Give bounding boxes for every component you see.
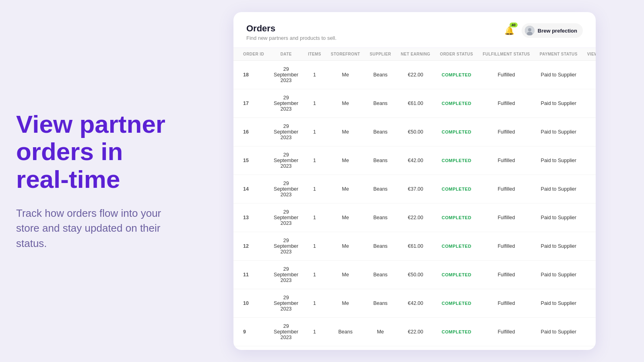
- cell-storefront: Me: [326, 118, 365, 146]
- sub-text: Track how orders flow into your store an…: [16, 206, 177, 251]
- cell-earning: €22.00: [396, 318, 435, 346]
- cell-items: 1: [303, 318, 326, 346]
- cell-view-shopify[interactable]: [582, 118, 596, 146]
- cell-supplier: Me: [365, 318, 396, 346]
- cell-earning: €42.00: [396, 289, 435, 318]
- header-right: 🔔 40 Brew prefection: [502, 23, 583, 38]
- col-view-shopify: VIEW SHOPIFY: [582, 48, 596, 61]
- cell-items: 1: [303, 232, 326, 261]
- cell-id: 11: [233, 261, 269, 289]
- table-row: 17 29 September 2023 1 Me Beans €61.00 C…: [233, 89, 596, 118]
- cell-items: 1: [303, 61, 326, 89]
- cell-id: 8: [233, 346, 269, 350]
- table-header-row: ORDER ID DATE ITEMS STOREFRONT SUPPLIER …: [233, 48, 596, 61]
- cell-fulfillment: Fulfilled: [478, 61, 535, 89]
- cell-storefront: Beans: [326, 346, 365, 350]
- cell-payment: Paid to Supplier: [535, 318, 582, 346]
- cell-earning: €22.00: [396, 204, 435, 232]
- cell-date: 29 September 2023: [269, 261, 303, 289]
- cell-storefront: Beans: [326, 318, 365, 346]
- table-row: 15 29 September 2023 1 Me Beans €42.00 C…: [233, 146, 596, 175]
- cell-id: 10: [233, 289, 269, 318]
- orders-subtitle: Find new partners and products to sell.: [246, 35, 336, 41]
- table-row: 16 29 September 2023 1 Me Beans €50.00 C…: [233, 118, 596, 146]
- cell-payment: Paid to Supplier: [535, 204, 582, 232]
- cell-items: 1: [303, 175, 326, 204]
- cell-order-status: COMPLETED: [435, 232, 478, 261]
- cell-id: 14: [233, 175, 269, 204]
- cell-payment: Paid to Supplier: [535, 289, 582, 318]
- col-order-status: ORDER STATUS: [435, 48, 478, 61]
- cell-view-shopify[interactable]: [582, 232, 596, 261]
- svg-point-1: [528, 28, 531, 31]
- col-storefront: STOREFRONT: [326, 48, 365, 61]
- notification-button[interactable]: 🔔 40: [502, 23, 517, 38]
- cell-supplier: Beans: [365, 261, 396, 289]
- cell-fulfillment: Fulfilled: [478, 146, 535, 175]
- cell-id: 12: [233, 232, 269, 261]
- cell-date: 29 September 2023: [269, 118, 303, 146]
- cell-storefront: Me: [326, 204, 365, 232]
- cell-earning: €61.00: [396, 89, 435, 118]
- notification-badge: 40: [510, 23, 518, 27]
- user-pill[interactable]: Brew prefection: [522, 23, 583, 38]
- main-heading: View partner orders in real-time: [16, 111, 177, 193]
- cell-items: 1: [303, 89, 326, 118]
- orders-table: ORDER ID DATE ITEMS STOREFRONT SUPPLIER …: [233, 48, 596, 350]
- avatar: [525, 26, 535, 35]
- cell-supplier: Beans: [365, 89, 396, 118]
- cell-earning: €42.00: [396, 146, 435, 175]
- table-row: 18 29 September 2023 1 Me Beans €22.00 C…: [233, 61, 596, 89]
- table-row: 11 29 September 2023 1 Me Beans €50.00 C…: [233, 261, 596, 289]
- cell-payment: Paid to Supplier: [535, 261, 582, 289]
- cell-fulfillment: Fulfilled: [478, 232, 535, 261]
- cell-supplier: Beans: [365, 232, 396, 261]
- cell-view-shopify[interactable]: [582, 146, 596, 175]
- col-payment-status: PAYMENT STATUS: [535, 48, 582, 61]
- col-items: ITEMS: [303, 48, 326, 61]
- orders-title: Orders: [246, 23, 336, 34]
- cell-view-shopify[interactable]: [582, 175, 596, 204]
- table-row: 10 29 September 2023 1 Me Beans €42.00 C…: [233, 289, 596, 318]
- cell-payment: Paid to Supplier: [535, 232, 582, 261]
- cell-date: 28 September 2023: [269, 346, 303, 350]
- cell-payment: Paid to Supplier: [535, 89, 582, 118]
- cell-supplier: Beans: [365, 61, 396, 89]
- cell-date: 29 September 2023: [269, 89, 303, 118]
- cell-earning: €50.00: [396, 118, 435, 146]
- cell-order-status: COMPLETED: [435, 146, 478, 175]
- cell-view-shopify[interactable]: [582, 289, 596, 318]
- cell-order-status: COMPLETED: [435, 261, 478, 289]
- cell-fulfillment: Fulfilled: [478, 175, 535, 204]
- cell-items: 1: [303, 346, 326, 350]
- cell-supplier: Beans: [365, 118, 396, 146]
- cell-view-shopify[interactable]: [582, 261, 596, 289]
- cell-view-shopify[interactable]: [582, 61, 596, 89]
- cell-storefront: Me: [326, 61, 365, 89]
- cell-fulfillment: Fulfilled: [478, 118, 535, 146]
- cell-date: 29 September 2023: [269, 61, 303, 89]
- table-row: 9 29 September 2023 1 Beans Me €22.00 CO…: [233, 318, 596, 346]
- table-row: 14 29 September 2023 1 Me Beans €37.00 C…: [233, 175, 596, 204]
- cell-id: 16: [233, 118, 269, 146]
- col-net-earning: NET EARNING: [396, 48, 435, 61]
- cell-date: 29 September 2023: [269, 289, 303, 318]
- card-header: Orders Find new partners and products to…: [233, 12, 596, 48]
- cell-order-status: COMPLETED: [435, 318, 478, 346]
- cell-view-shopify[interactable]: [582, 204, 596, 232]
- table-wrapper[interactable]: ORDER ID DATE ITEMS STOREFRONT SUPPLIER …: [233, 48, 596, 350]
- cell-date: 29 September 2023: [269, 232, 303, 261]
- cell-view-shopify[interactable]: [582, 89, 596, 118]
- col-supplier: SUPPLIER: [365, 48, 396, 61]
- cell-fulfillment: Fulfilled: [478, 204, 535, 232]
- cell-view-shopify[interactable]: [582, 318, 596, 346]
- cell-payment: Paid to Supplier: [535, 146, 582, 175]
- cell-fulfillment: Fulfilled: [478, 289, 535, 318]
- cell-id: 15: [233, 146, 269, 175]
- cell-date: 29 September 2023: [269, 175, 303, 204]
- cell-order-status: COMPLETED: [435, 89, 478, 118]
- cell-view-shopify[interactable]: [582, 346, 596, 350]
- cell-date: 29 September 2023: [269, 318, 303, 346]
- cell-order-status: COMPLETED: [435, 61, 478, 89]
- table-row: 8 28 September 2023 1 Beans Me €37.00 CO…: [233, 346, 596, 350]
